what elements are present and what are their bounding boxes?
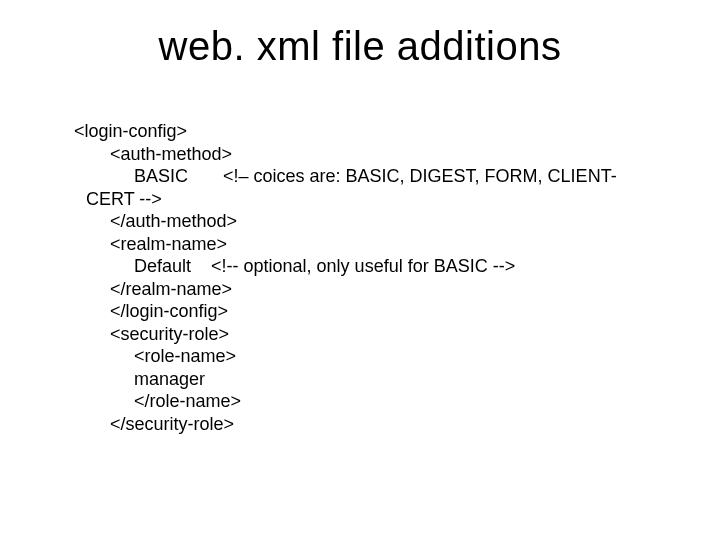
- code-line: </auth-method>: [110, 210, 664, 233]
- slide: web. xml file additions <login-config> <…: [0, 0, 720, 540]
- code-line: </security-role>: [110, 413, 664, 436]
- code-line: manager: [134, 368, 664, 391]
- slide-body: <login-config> <auth-method> BASIC <!– c…: [74, 120, 664, 435]
- code-line: Default <!-- optional, only useful for B…: [134, 255, 664, 278]
- code-line: CERT -->: [86, 188, 664, 211]
- code-line: <login-config>: [74, 120, 664, 143]
- code-line: </realm-name>: [110, 278, 664, 301]
- code-line: </login-config>: [110, 300, 664, 323]
- code-line: </role-name>: [134, 390, 664, 413]
- code-line: BASIC <!– coices are: BASIC, DIGEST, FOR…: [134, 165, 664, 188]
- code-line: <realm-name>: [110, 233, 664, 256]
- code-line: <role-name>: [134, 345, 664, 368]
- slide-title: web. xml file additions: [0, 24, 720, 69]
- code-line: <auth-method>: [110, 143, 664, 166]
- code-line: <security-role>: [110, 323, 664, 346]
